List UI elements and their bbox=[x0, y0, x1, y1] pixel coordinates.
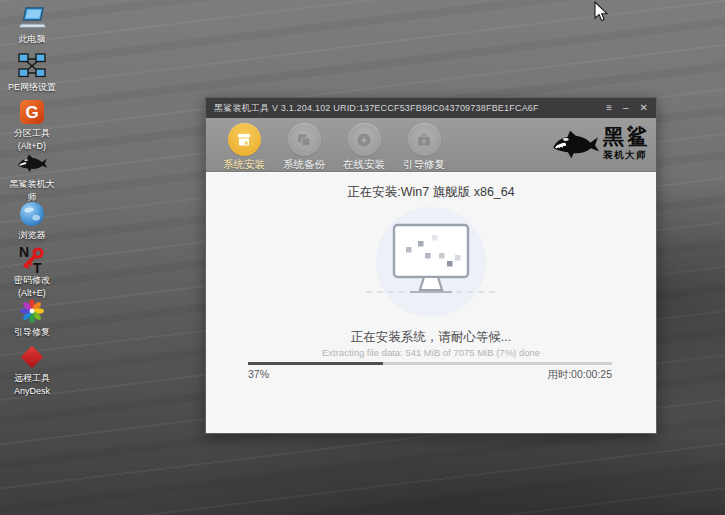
svg-text:T: T bbox=[33, 260, 42, 274]
svg-text:G: G bbox=[25, 103, 38, 122]
installer-window: 黑鲨装机工具 V 3.1.204.102 URID:137ECCF53FB98C… bbox=[205, 97, 657, 434]
window-title: 黑鲨装机工具 V 3.1.204.102 URID:137ECCF53FB98C… bbox=[214, 102, 539, 115]
desktop-icon-heisha-master[interactable]: 黑鲨装机大 师 bbox=[0, 149, 64, 202]
progress-bar bbox=[248, 362, 612, 365]
desktop-icon-label: PE网络设置 bbox=[8, 82, 56, 93]
pinwheel-icon bbox=[19, 297, 45, 325]
brand-logo: 黑鲨 装机大师 bbox=[550, 125, 651, 163]
close-icon[interactable]: ✕ bbox=[640, 103, 648, 113]
desktop-icon-pe-network[interactable]: PE网络设置 bbox=[0, 52, 64, 93]
substatus-text: Extracting file data: 541 MiB of 7075 Mi… bbox=[206, 347, 656, 358]
svg-text:N: N bbox=[19, 245, 29, 260]
progress-percent: 37% bbox=[248, 368, 269, 382]
progress-bar-fill bbox=[248, 362, 383, 365]
menu-icon[interactable]: ≡ bbox=[606, 103, 612, 113]
desktop-icon-password-edit[interactable]: N T 密码修改 (Alt+E) bbox=[0, 245, 64, 298]
tab-system-install[interactable]: 系统安装 bbox=[214, 123, 274, 172]
toolbar: 系统安装 系统备份 在线安装 引导修复 bbox=[206, 118, 656, 172]
install-box-icon bbox=[235, 131, 253, 149]
desktop-icon-browser[interactable]: 浏览器 bbox=[0, 200, 64, 241]
diskgenius-icon: G bbox=[19, 98, 45, 126]
anydesk-icon bbox=[19, 343, 45, 371]
desktop-icon-boot-repair[interactable]: 引导修复 bbox=[0, 297, 64, 338]
desktop-icon-label: 分区工具 bbox=[14, 128, 50, 139]
desktop-icon-partition-tool[interactable]: G 分区工具 (Alt+D) bbox=[0, 98, 64, 151]
nt-password-icon: N T bbox=[18, 245, 46, 273]
tab-online-install[interactable]: 在线安装 bbox=[334, 123, 394, 172]
download-icon bbox=[355, 131, 373, 149]
elapsed-time: 用时:00:00:25 bbox=[547, 368, 612, 382]
tab-label: 系统备份 bbox=[283, 158, 325, 172]
mouse-cursor-icon bbox=[593, 1, 609, 23]
desktop-icon-label: 浏览器 bbox=[19, 230, 46, 241]
window-titlebar[interactable]: 黑鲨装机工具 V 3.1.204.102 URID:137ECCF53FB98C… bbox=[206, 98, 656, 118]
tab-label: 系统安装 bbox=[223, 158, 265, 172]
this-pc-icon bbox=[17, 4, 47, 32]
brand-subtitle: 装机大师 bbox=[603, 149, 651, 162]
tab-label: 在线安装 bbox=[343, 158, 385, 172]
tab-boot-repair[interactable]: 引导修复 bbox=[394, 123, 454, 172]
install-progress-panel: 正在安装:Win7 旗舰版 x86_64 正在安装系统，请耐 bbox=[206, 172, 656, 433]
globe-icon bbox=[19, 200, 45, 228]
minimize-icon[interactable]: – bbox=[623, 103, 629, 113]
desktop-icon-label: 远程工具 bbox=[14, 373, 50, 384]
desktop-icon-anydesk[interactable]: 远程工具 AnyDesk bbox=[0, 343, 64, 396]
backup-copies-icon bbox=[295, 131, 313, 149]
tab-label: 引导修复 bbox=[403, 158, 445, 172]
desktop-icon-label2: AnyDesk bbox=[14, 386, 50, 397]
desktop-icon-label: 黑鲨装机大 bbox=[10, 179, 55, 190]
toolbox-icon bbox=[415, 131, 433, 149]
installing-title: 正在安装:Win7 旗舰版 x86_64 bbox=[206, 184, 656, 201]
shark-icon bbox=[16, 149, 48, 177]
network-settings-icon bbox=[17, 52, 47, 80]
desktop-icon-this-pc[interactable]: 此电脑 bbox=[0, 4, 64, 45]
desktop-icon-label: 此电脑 bbox=[19, 34, 46, 45]
shark-logo-icon bbox=[550, 125, 600, 163]
tab-system-backup[interactable]: 系统备份 bbox=[274, 123, 334, 172]
brand-name: 黑鲨 bbox=[603, 126, 651, 147]
monitor-icon bbox=[364, 206, 498, 320]
desktop-icon-label: 密码修改 bbox=[14, 275, 50, 286]
desktop-icon-label: 引导修复 bbox=[14, 327, 50, 338]
status-text: 正在安装系统，请耐心等候... bbox=[206, 329, 656, 346]
monitor-illustration bbox=[206, 206, 656, 320]
